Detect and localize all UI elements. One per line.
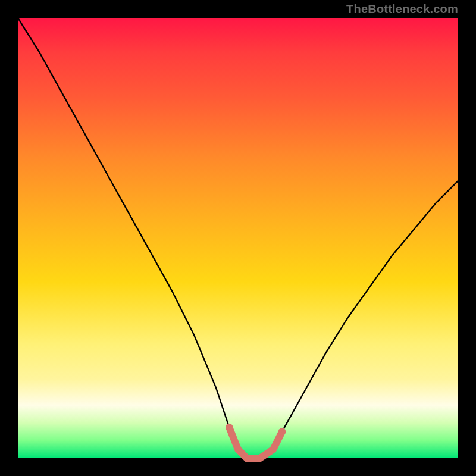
optimal-band-endcap-left xyxy=(226,424,233,431)
bottleneck-curve-line xyxy=(18,18,458,458)
chart-frame: TheBottleneck.com xyxy=(0,0,476,476)
chart-svg xyxy=(18,18,458,458)
optimal-band-line xyxy=(229,427,282,458)
plot-area xyxy=(18,18,458,458)
watermark-text: TheBottleneck.com xyxy=(346,2,458,16)
optimal-band-endcap-right xyxy=(278,428,286,435)
